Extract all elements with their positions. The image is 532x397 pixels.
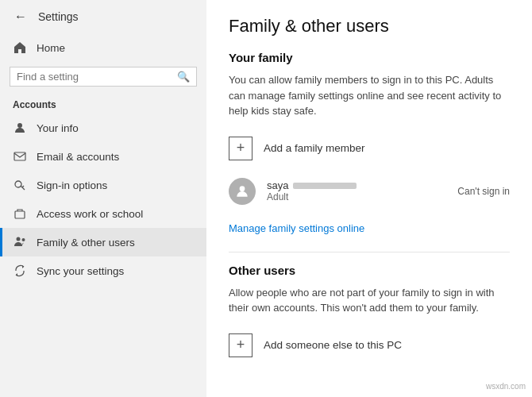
- sidebar-item-family-other-users[interactable]: Family & other users: [0, 228, 206, 256]
- add-other-user-label: Add someone else to this PC: [264, 339, 402, 351]
- section-divider: [229, 252, 510, 252]
- main-content: Family & other users Your family You can…: [206, 0, 532, 397]
- add-family-member-label: Add a family member: [264, 142, 365, 154]
- person-icon: [13, 121, 27, 135]
- svg-point-5: [22, 238, 25, 241]
- sync-settings-label: Sync your settings: [37, 265, 124, 277]
- your-family-description: You can allow family members to sign in …: [229, 72, 510, 119]
- svg-point-6: [240, 186, 245, 191]
- sidebar-item-access-work-school[interactable]: Access work or school: [0, 199, 206, 228]
- sidebar-item-sync-settings[interactable]: Sync your settings: [0, 256, 206, 285]
- home-icon: [13, 40, 27, 55]
- svg-point-0: [17, 123, 22, 128]
- user-name-masked: [293, 183, 357, 189]
- watermark: wsxdn.com: [486, 382, 526, 391]
- add-family-member-row[interactable]: + Add a family member: [229, 130, 510, 167]
- other-users-description: Allow people who are not part of your fa…: [229, 285, 510, 316]
- sidebar-item-home[interactable]: Home: [0, 33, 206, 62]
- svg-rect-3: [15, 211, 25, 218]
- user-name-prefix: saya: [267, 179, 288, 191]
- page-title: Family & other users: [229, 16, 510, 37]
- your-info-label: Your info: [37, 122, 79, 134]
- user-avatar: [229, 178, 256, 205]
- other-users-section: Other users Allow people who are not par…: [229, 264, 510, 364]
- sign-in-options-label: Sign-in options: [37, 179, 107, 191]
- sync-icon: [13, 264, 27, 278]
- search-box: 🔍: [10, 67, 197, 87]
- add-other-user-button[interactable]: +: [229, 333, 253, 357]
- search-icon: 🔍: [177, 71, 190, 83]
- svg-rect-1: [14, 152, 25, 160]
- search-input[interactable]: [17, 71, 172, 83]
- manage-family-settings-link[interactable]: Manage family settings online: [229, 222, 364, 234]
- back-button[interactable]: ←: [10, 8, 32, 25]
- your-family-section: Your family You can allow family members…: [229, 51, 510, 249]
- family-icon: [13, 235, 27, 249]
- sidebar-top-bar: ← Settings: [0, 0, 206, 33]
- briefcase-icon: [13, 206, 27, 221]
- other-users-title: Other users: [229, 264, 510, 277]
- svg-point-2: [15, 181, 21, 187]
- access-work-school-label: Access work or school: [37, 208, 143, 220]
- email-accounts-label: Email & accounts: [37, 151, 119, 163]
- sidebar-item-sign-in-options[interactable]: Sign-in options: [0, 171, 206, 199]
- accounts-section-label: Accounts: [0, 91, 206, 114]
- sidebar: ← Settings Home 🔍 Accounts Your info: [0, 0, 206, 397]
- family-other-users-label: Family & other users: [37, 237, 135, 249]
- email-icon: [13, 149, 27, 164]
- add-family-member-button[interactable]: +: [229, 137, 253, 160]
- cant-sign-in-status: Can't sign in: [457, 186, 510, 197]
- settings-title: Settings: [38, 10, 79, 23]
- family-user-row: saya Adult Can't sign in: [229, 172, 510, 211]
- sidebar-item-your-info[interactable]: Your info: [0, 114, 206, 142]
- svg-point-4: [17, 237, 21, 241]
- user-info: saya Adult: [267, 179, 446, 202]
- home-label: Home: [37, 42, 65, 54]
- sidebar-nav: Your info Email & accounts Sign-in optio…: [0, 114, 206, 397]
- user-name: saya: [267, 179, 446, 191]
- user-type: Adult: [267, 191, 446, 202]
- key-icon: [13, 178, 27, 192]
- add-other-user-row[interactable]: + Add someone else to this PC: [229, 327, 510, 364]
- your-family-title: Your family: [229, 51, 510, 64]
- sidebar-item-email-accounts[interactable]: Email & accounts: [0, 142, 206, 171]
